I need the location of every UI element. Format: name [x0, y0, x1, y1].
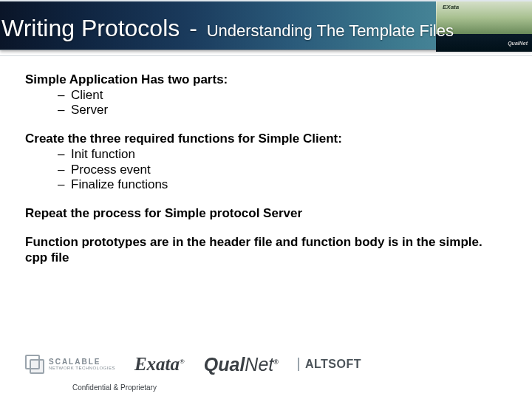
- section-4-text: Function prototypes are in the header fi…: [25, 235, 492, 265]
- section-4: Function prototypes are in the header fi…: [25, 235, 507, 265]
- logo-altsoft: ALTSOFT: [298, 358, 361, 371]
- scalable-mark-icon: [25, 355, 44, 374]
- title-main: Writing Protocols: [1, 15, 180, 41]
- title-sub: Understanding The Template Files: [207, 21, 454, 40]
- logo-exata: Exata®: [134, 354, 185, 375]
- slide-title: Writing Protocols - Understanding The Te…: [1, 15, 454, 42]
- corner-qualnet-label: QualNet: [508, 41, 528, 46]
- section-3-text: Repeat the process for Simple protocol S…: [25, 206, 507, 222]
- slide-content: Simple Application Has two parts: –Clien…: [0, 56, 532, 265]
- section-2: Create the three required functions for …: [25, 132, 507, 193]
- title-separator: -: [189, 15, 197, 41]
- section-1: Simple Application Has two parts: –Clien…: [25, 72, 507, 118]
- header-band: EXata QualNet Writing Protocols - Unders…: [0, 0, 532, 50]
- scalable-line1: SCALABLE: [49, 358, 115, 366]
- list-item: –Finalize functions: [58, 177, 507, 193]
- section-3: Repeat the process for Simple protocol S…: [25, 206, 507, 222]
- registered-icon: ®: [273, 358, 279, 365]
- list-item: –Init function: [58, 147, 507, 163]
- footer-confidential: Confidential & Proprietary: [72, 383, 157, 392]
- corner-exata-label: EXata: [443, 4, 459, 10]
- list-item: –Server: [58, 103, 507, 118]
- section-1-lead: Simple Application Has two parts:: [25, 72, 507, 88]
- logo-scalable: SCALABLE NETWORK TECHNOLOGIES: [25, 355, 115, 374]
- logo-row: SCALABLE NETWORK TECHNOLOGIES Exata® Qua…: [25, 350, 517, 378]
- section-2-lead: Create the three required functions for …: [25, 132, 507, 147]
- logo-qualnet: QualNet®: [204, 354, 279, 375]
- list-item: –Process event: [58, 163, 507, 178]
- registered-icon: ®: [180, 358, 185, 365]
- list-item: –Client: [58, 88, 507, 103]
- scalable-line2: NETWORK TECHNOLOGIES: [49, 366, 115, 370]
